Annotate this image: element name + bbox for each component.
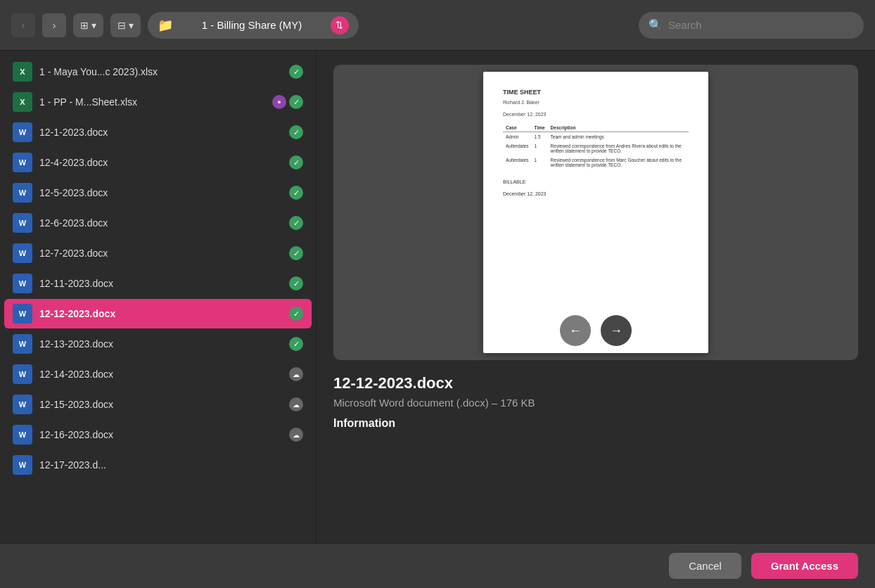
bottom-bar: Cancel Grant Access xyxy=(0,543,875,588)
table-row: Aulterdales1Reviewed correspondence from… xyxy=(503,141,689,155)
table-cell-case: Admin xyxy=(503,132,532,142)
preview-panel: TIME SHEET Richard J. Baker December 12,… xyxy=(317,51,875,543)
location-pill[interactable]: 📁 1 - Billing Share (MY) ⇅ xyxy=(148,12,359,39)
grid-view-icon: ⊟ xyxy=(117,20,126,31)
document-page: TIME SHEET Richard J. Baker December 12,… xyxy=(483,72,708,353)
word-file-icon: W xyxy=(13,274,32,293)
file-info-section: Information xyxy=(333,417,858,430)
list-item[interactable]: W12-13-2023.docx✓ xyxy=(4,329,312,359)
word-file-icon: W xyxy=(13,395,32,414)
status-icons: ✓ xyxy=(289,65,303,79)
list-item[interactable]: W12-4-2023.docx✓ xyxy=(4,148,312,177)
grid-view-chevron xyxy=(129,20,134,31)
back-icon: ‹ xyxy=(22,19,25,31)
word-file-icon: W xyxy=(13,122,32,142)
file-name: 12-14-2023.docx xyxy=(39,369,282,380)
list-item[interactable]: W12-17-2023.d... xyxy=(4,450,312,480)
file-name: 12-15-2023.docx xyxy=(39,399,282,410)
green-check-icon: ✓ xyxy=(289,307,303,321)
table-cell-time: 1 xyxy=(532,141,548,155)
green-check-icon: ✓ xyxy=(289,246,303,260)
list-item[interactable]: W12-12-2023.docx✓ xyxy=(4,299,312,328)
grid-view-button[interactable]: ⊟ xyxy=(110,13,141,37)
list-item[interactable]: W12-11-2023.docx✓ xyxy=(4,269,312,298)
file-name: 12-1-2023.docx xyxy=(39,127,282,138)
purple-dot-icon: ● xyxy=(272,95,286,109)
list-item[interactable]: W12-15-2023.docx☁ xyxy=(4,390,312,419)
doc-title: TIME SHEET xyxy=(503,89,689,96)
table-cell-time: 1.5 xyxy=(532,132,548,142)
cloud-icon: ☁ xyxy=(289,428,303,442)
main-content: X1 - Maya You...c 2023).xlsx✓X1 - PP - M… xyxy=(0,51,875,543)
file-name: 12-7-2023.docx xyxy=(39,248,282,259)
cloud-icon: ☁ xyxy=(289,397,303,411)
green-check-icon: ✓ xyxy=(289,337,303,351)
green-check-icon: ✓ xyxy=(289,125,303,139)
green-check-icon: ✓ xyxy=(289,95,303,109)
next-page-button[interactable]: → xyxy=(601,315,632,346)
word-file-icon: W xyxy=(13,153,32,172)
column-view-icon: ⊞ xyxy=(80,20,89,31)
green-check-icon: ✓ xyxy=(289,276,303,290)
word-file-icon: W xyxy=(13,183,32,203)
forward-button[interactable]: › xyxy=(42,13,66,37)
list-item[interactable]: W12-5-2023.docx✓ xyxy=(4,178,312,207)
table-row: Admin1.5Team and admin meetings xyxy=(503,132,689,142)
column-view-button[interactable]: ⊞ xyxy=(73,13,103,37)
document-preview: TIME SHEET Richard J. Baker December 12,… xyxy=(333,65,858,360)
list-item[interactable]: W12-14-2023.docx☁ xyxy=(4,359,312,389)
table-cell-desc: Reviewed correspondence from Marc Gouche… xyxy=(548,155,689,170)
file-info-subtitle: Microsoft Word document (.docx) – 176 KB xyxy=(333,397,858,409)
grant-access-button[interactable]: Grant Access xyxy=(751,553,858,579)
table-cell-desc: Team and admin meetings xyxy=(548,132,689,142)
file-name: 12-17-2023.d... xyxy=(39,459,296,471)
search-bar: 🔍 xyxy=(639,12,864,39)
doc-billable-label: BILLABLE xyxy=(503,179,689,184)
nav-arrows: ← → xyxy=(333,315,858,346)
list-item[interactable]: W12-6-2023.docx✓ xyxy=(4,208,312,238)
status-icons: ☁ xyxy=(289,367,303,381)
table-row: Aulterdales1Reviewed correspondence from… xyxy=(503,155,689,170)
file-name: 12-12-2023.docx xyxy=(39,308,282,319)
file-name: 12-11-2023.docx xyxy=(39,278,282,289)
cancel-button[interactable]: Cancel xyxy=(669,553,741,579)
word-file-icon: W xyxy=(13,213,32,233)
status-icons: ●✓ xyxy=(272,95,303,109)
file-name: 12-16-2023.docx xyxy=(39,429,282,440)
search-icon: 🔍 xyxy=(649,18,663,32)
doc-table: Case Time Description Admin1.5Team and a… xyxy=(503,124,689,170)
toolbar: ‹ › ⊞ ⊟ 📁 1 - Billing Share (MY) ⇅ 🔍 xyxy=(0,0,875,51)
green-check-icon: ✓ xyxy=(289,216,303,230)
green-check-icon: ✓ xyxy=(289,65,303,79)
excel-file-icon: X xyxy=(13,62,32,82)
list-item[interactable]: W12-7-2023.docx✓ xyxy=(4,238,312,268)
search-input[interactable] xyxy=(668,19,854,31)
word-file-icon: W xyxy=(13,455,32,475)
table-cell-desc: Reviewed correspondence from Andres Rive… xyxy=(548,141,689,155)
table-cell-case: Aulterdales xyxy=(503,155,532,170)
excel-file-icon: X xyxy=(13,92,32,112)
status-icons: ✓ xyxy=(289,337,303,351)
file-name: 12-5-2023.docx xyxy=(39,187,282,198)
location-label: 1 - Billing Share (MY) xyxy=(202,19,302,31)
prev-page-button[interactable]: ← xyxy=(560,315,591,346)
list-item[interactable]: W12-16-2023.docx☁ xyxy=(4,420,312,449)
forward-icon: › xyxy=(53,19,56,31)
word-file-icon: W xyxy=(13,425,32,445)
word-file-icon: W xyxy=(13,334,32,354)
green-check-icon: ✓ xyxy=(289,186,303,200)
column-view-chevron xyxy=(91,20,96,31)
status-icons: ✓ xyxy=(289,216,303,230)
status-icons: ✓ xyxy=(289,155,303,170)
list-item[interactable]: X1 - PP - M...Sheet.xlsx●✓ xyxy=(4,87,312,117)
status-icons: ✓ xyxy=(289,276,303,290)
list-item[interactable]: W12-1-2023.docx✓ xyxy=(4,117,312,147)
word-file-icon: W xyxy=(13,364,32,384)
back-button[interactable]: ‹ xyxy=(11,13,35,37)
list-item[interactable]: X1 - Maya You...c 2023).xlsx✓ xyxy=(4,57,312,87)
doc-meta-name: Richard J. Baker xyxy=(503,100,689,105)
status-icons: ✓ xyxy=(289,125,303,139)
status-icons: ✓ xyxy=(289,186,303,200)
file-info-title: 12-12-2023.docx xyxy=(333,374,858,392)
green-check-icon: ✓ xyxy=(289,155,303,170)
